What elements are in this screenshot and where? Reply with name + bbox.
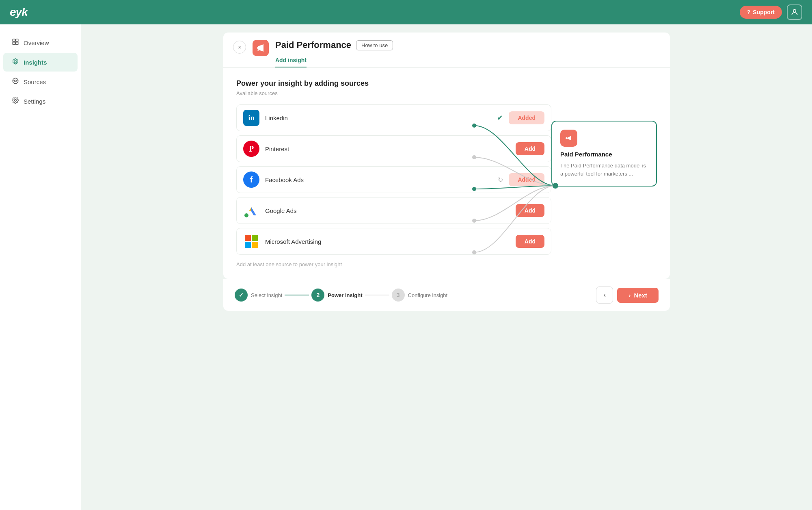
main-card: Power your insight by adding sources Ava…	[223, 68, 670, 279]
svg-point-6	[15, 80, 17, 82]
step-1-label: Select insight	[251, 292, 282, 298]
svg-rect-1	[13, 39, 15, 41]
linkedin-logo: in	[243, 110, 259, 126]
svg-point-9	[15, 100, 17, 102]
pinterest-add-button[interactable]: Add	[516, 142, 544, 155]
overview-icon	[11, 38, 19, 47]
linkedin-name: Linkedin	[265, 115, 491, 122]
next-icon: ›	[628, 292, 631, 299]
settings-icon	[11, 97, 19, 106]
google-ads-logo	[243, 202, 259, 219]
progress-area: ✓ Select insight 2 Power insight 3 Confi…	[223, 279, 670, 311]
overview-label: Overview	[24, 39, 49, 46]
card-title: Power your insight by adding sources	[236, 79, 657, 88]
microsoft-logo	[243, 233, 259, 250]
page-header: × Paid Performance How to use	[223, 33, 670, 68]
source-row-facebook: f Facebook Ads ↻ Added	[236, 166, 551, 193]
flow-right: Paid Performance The Paid Performance da…	[551, 104, 657, 187]
source-row-google: Google Ads Add	[236, 197, 551, 224]
header-right: ? Support	[740, 4, 802, 20]
microsoft-add-button[interactable]: Add	[516, 235, 544, 248]
insight-card-desc: The Paid Performance data model is a pow…	[560, 162, 648, 178]
step-line-2	[365, 295, 389, 295]
step-3-label: Configure insight	[408, 292, 448, 298]
back-icon: ‹	[604, 291, 606, 299]
sidebar-item-overview[interactable]: Overview	[3, 33, 78, 52]
card-subtitle: Available sources	[236, 90, 657, 96]
svg-point-0	[793, 9, 796, 12]
google-name: Google Ads	[265, 207, 510, 214]
sync-icon: ↻	[498, 176, 503, 184]
app-header: eyk ? Support	[0, 0, 812, 24]
step-3-circle: 3	[392, 289, 405, 302]
sidebar: Overview Insights Sources	[0, 24, 81, 510]
source-row-pinterest: P Pinterest Add	[236, 135, 551, 162]
support-button[interactable]: ? Support	[740, 6, 782, 19]
back-button[interactable]: ‹	[596, 286, 613, 304]
main-content: × Paid Performance How to use	[81, 24, 812, 510]
user-profile-button[interactable]	[787, 4, 802, 20]
insights-icon	[11, 58, 19, 67]
insight-card: Paid Performance The Paid Performance da…	[551, 121, 657, 187]
sources-label: Sources	[24, 78, 46, 85]
insight-card-icon	[560, 130, 577, 147]
next-label: Next	[634, 292, 647, 299]
sidebar-item-settings[interactable]: Settings	[3, 92, 78, 111]
tab-add-insight[interactable]: Add insight	[275, 54, 307, 67]
tab-bar: Add insight	[275, 54, 660, 67]
linkedin-added-button[interactable]: Added	[509, 111, 544, 124]
svg-point-10	[257, 47, 259, 49]
sources-icon	[11, 77, 19, 86]
nav-buttons: ‹ › Next	[596, 286, 659, 304]
close-icon: ×	[238, 44, 241, 50]
svg-marker-12	[251, 207, 256, 215]
sidebar-item-insights[interactable]: Insights	[3, 53, 78, 72]
pinterest-name: Pinterest	[265, 145, 510, 152]
linkedin-check-icon: ✔	[497, 113, 503, 122]
insights-label: Insights	[24, 59, 47, 66]
source-row-linkedin: in Linkedin ✔ Added	[236, 104, 551, 131]
facebook-logo: f	[243, 171, 259, 188]
step-2-label: Power insight	[328, 292, 362, 298]
settings-label: Settings	[24, 98, 45, 105]
step-2-circle: 2	[311, 289, 324, 302]
next-button[interactable]: › Next	[617, 288, 659, 303]
app-body: Overview Insights Sources	[0, 24, 812, 510]
flow-area: in Linkedin ✔ Added P	[236, 104, 657, 267]
svg-rect-4	[16, 42, 18, 45]
google-add-button[interactable]: Add	[516, 204, 544, 217]
pinterest-logo: P	[243, 141, 259, 157]
close-button[interactable]: ×	[233, 41, 246, 54]
step-configure: 3 Configure insight	[392, 289, 448, 302]
app-logo: eyk	[10, 6, 28, 19]
step-1-circle: ✓	[235, 289, 248, 302]
steps: ✓ Select insight 2 Power insight 3 Confi…	[235, 289, 447, 302]
page-title-area: Paid Performance How to use Add insight	[275, 40, 660, 67]
svg-point-13	[244, 213, 248, 217]
step-line-1	[285, 295, 309, 295]
question-icon: ?	[747, 9, 751, 15]
how-to-button[interactable]: How to use	[356, 40, 393, 50]
page-title-row: Paid Performance How to use	[275, 40, 660, 50]
step-power: 2 Power insight	[311, 289, 362, 302]
page-wrapper: × Paid Performance How to use	[223, 33, 670, 311]
step-select: ✓ Select insight	[235, 289, 282, 302]
sidebar-item-sources[interactable]: Sources	[3, 72, 78, 91]
hint-text: Add at least one source to power your in…	[236, 261, 551, 267]
microsoft-name: Microsoft Advertising	[265, 238, 510, 245]
svg-point-20	[566, 137, 568, 139]
svg-rect-2	[16, 39, 18, 41]
facebook-name: Facebook Ads	[265, 176, 492, 183]
source-row-microsoft: Microsoft Advertising Add	[236, 228, 551, 255]
sources-list: in Linkedin ✔ Added P	[236, 104, 551, 255]
sources-section: in Linkedin ✔ Added P	[236, 104, 551, 267]
svg-rect-3	[13, 42, 15, 45]
facebook-added-button[interactable]: Added	[509, 173, 544, 186]
page-title: Paid Performance	[275, 40, 351, 50]
insight-card-title: Paid Performance	[560, 151, 612, 158]
